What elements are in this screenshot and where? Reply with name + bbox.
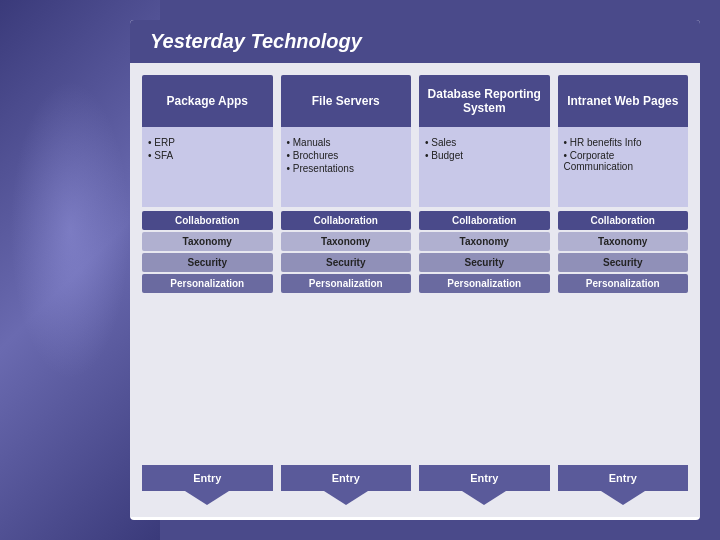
entry-arrow	[185, 491, 229, 505]
bullet-item: • Brochures	[287, 150, 406, 161]
col-bullets-package-apps: • ERP• SFA	[142, 127, 273, 207]
bullet-item: • ERP	[148, 137, 267, 148]
entry-button[interactable]: Entry	[142, 465, 273, 491]
col-header-intranet-web: Intranet Web Pages	[558, 75, 689, 127]
entry-arrow	[324, 491, 368, 505]
taxonomy-row: Taxonomy	[558, 232, 689, 251]
col-header-package-apps: Package Apps	[142, 75, 273, 127]
personalization-row: Personalization	[558, 274, 689, 293]
entry-button[interactable]: Entry	[281, 465, 412, 491]
collaboration-row: Collaboration	[142, 211, 273, 230]
collaboration-row: Collaboration	[281, 211, 412, 230]
security-row: Security	[142, 253, 273, 272]
col-header-file-servers: File Servers	[281, 75, 412, 127]
entry-container-intranet-web: Entry	[558, 465, 689, 505]
security-row: Security	[419, 253, 550, 272]
entry-container-file-servers: Entry	[281, 465, 412, 505]
page-title: Yesterday Technology	[130, 20, 700, 63]
column-intranet-web: Intranet Web Pages• HR benefits Info• Co…	[558, 75, 689, 505]
bullet-item: • Manuals	[287, 137, 406, 148]
bullet-item: • Sales	[425, 137, 544, 148]
security-row: Security	[281, 253, 412, 272]
col-header-database-reporting: Database Reporting System	[419, 75, 550, 127]
entry-arrow	[462, 491, 506, 505]
taxonomy-row: Taxonomy	[419, 232, 550, 251]
column-package-apps: Package Apps• ERP• SFACollaborationTaxon…	[142, 75, 273, 505]
col-rows-database-reporting: CollaborationTaxonomySecurityPersonaliza…	[419, 211, 550, 461]
col-rows-intranet-web: CollaborationTaxonomySecurityPersonaliza…	[558, 211, 689, 461]
content-area: Package Apps• ERP• SFACollaborationTaxon…	[130, 63, 700, 517]
bullet-item: • Presentations	[287, 163, 406, 174]
personalization-row: Personalization	[419, 274, 550, 293]
title-text: Yesterday Technology	[150, 30, 362, 52]
bullet-item: • Corporate Communication	[564, 150, 683, 172]
bullet-item: • HR benefits Info	[564, 137, 683, 148]
col-rows-file-servers: CollaborationTaxonomySecurityPersonaliza…	[281, 211, 412, 461]
column-database-reporting: Database Reporting System• Sales• Budget…	[419, 75, 550, 505]
taxonomy-row: Taxonomy	[281, 232, 412, 251]
personalization-row: Personalization	[142, 274, 273, 293]
column-file-servers: File Servers• Manuals• Brochures• Presen…	[281, 75, 412, 505]
collaboration-row: Collaboration	[419, 211, 550, 230]
entry-button[interactable]: Entry	[558, 465, 689, 491]
entry-container-database-reporting: Entry	[419, 465, 550, 505]
main-container: Yesterday Technology Package Apps• ERP• …	[130, 20, 700, 520]
col-bullets-database-reporting: • Sales• Budget	[419, 127, 550, 207]
entry-arrow	[601, 491, 645, 505]
security-row: Security	[558, 253, 689, 272]
col-bullets-file-servers: • Manuals• Brochures• Presentations	[281, 127, 412, 207]
entry-container-package-apps: Entry	[142, 465, 273, 505]
personalization-row: Personalization	[281, 274, 412, 293]
taxonomy-row: Taxonomy	[142, 232, 273, 251]
bullet-item: • SFA	[148, 150, 267, 161]
col-bullets-intranet-web: • HR benefits Info• Corporate Communicat…	[558, 127, 689, 207]
bullet-item: • Budget	[425, 150, 544, 161]
entry-button[interactable]: Entry	[419, 465, 550, 491]
col-rows-package-apps: CollaborationTaxonomySecurityPersonaliza…	[142, 211, 273, 461]
collaboration-row: Collaboration	[558, 211, 689, 230]
